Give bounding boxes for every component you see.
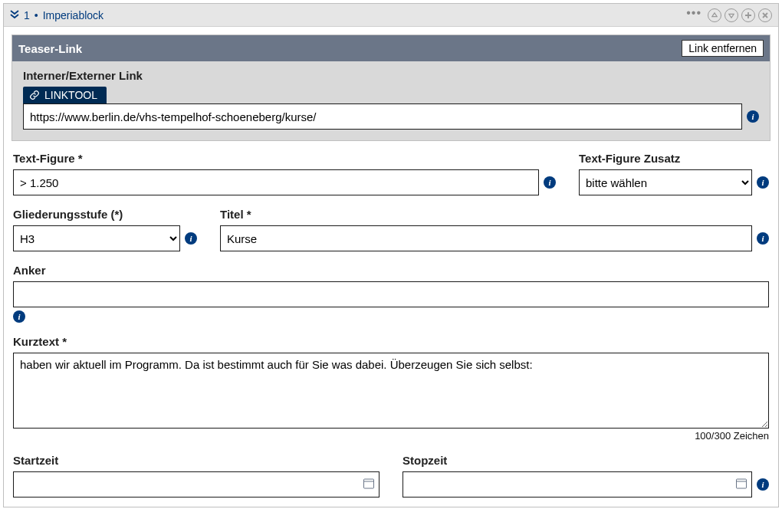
info-icon[interactable]: i xyxy=(757,232,769,245)
text-figure-zusatz-select[interactable]: bitte wählen xyxy=(579,169,752,195)
calendar-icon[interactable] xyxy=(735,478,748,492)
gliederungsstufe-label: Gliederungsstufe (*) xyxy=(13,208,197,221)
stopzeit-input[interactable] xyxy=(402,471,752,498)
info-icon[interactable]: i xyxy=(747,110,759,123)
text-figure-zusatz-label: Text-Figure Zusatz xyxy=(579,152,769,165)
titel-label: Titel * xyxy=(220,208,769,221)
teaser-title: Teaser-Link xyxy=(18,42,82,55)
gliederungsstufe-select[interactable]: H3 xyxy=(13,225,180,251)
info-icon[interactable]: i xyxy=(13,310,25,323)
link-type-label: Interner/Externer Link xyxy=(23,69,759,82)
separator-dot: • xyxy=(34,9,38,21)
remove-button[interactable] xyxy=(758,8,772,22)
text-figure-input[interactable] xyxy=(13,169,539,195)
startzeit-label: Startzeit xyxy=(13,454,380,467)
stopzeit-label: Stopzeit xyxy=(402,454,769,467)
imperiablock-container: 1 • Imperiablock ••• xyxy=(3,3,779,507)
url-input[interactable] xyxy=(23,103,742,130)
text-figure-label: Text-Figure * xyxy=(13,152,556,165)
add-button[interactable] xyxy=(741,8,755,22)
info-icon[interactable]: i xyxy=(185,232,197,245)
block-index: 1 xyxy=(24,9,30,21)
info-icon[interactable]: i xyxy=(544,176,556,189)
block-title: Imperiablock xyxy=(43,9,104,21)
move-up-button[interactable] xyxy=(708,8,721,22)
move-down-button[interactable] xyxy=(724,8,738,22)
startzeit-input[interactable] xyxy=(13,471,380,498)
block-header: 1 • Imperiablock ••• xyxy=(4,4,778,27)
link-icon xyxy=(29,90,40,100)
linktool-button[interactable]: LINKTOOL xyxy=(23,87,107,103)
kurztext-label: Kurztext * xyxy=(13,335,769,348)
kurztext-textarea[interactable]: haben wir aktuell im Programm. Da ist be… xyxy=(13,353,769,429)
titel-input[interactable] xyxy=(220,225,752,251)
svg-rect-8 xyxy=(737,479,747,488)
anker-input[interactable] xyxy=(13,281,769,307)
teaser-link-panel: Teaser-Link Link entfernen Interner/Exte… xyxy=(12,34,770,141)
kurztext-counter: 100/300 Zeichen xyxy=(13,430,769,442)
teaser-header: Teaser-Link Link entfernen xyxy=(12,35,770,61)
info-icon[interactable]: i xyxy=(757,478,769,491)
calendar-icon[interactable] xyxy=(363,478,375,492)
remove-link-button[interactable]: Link entfernen xyxy=(682,40,764,57)
svg-rect-0 xyxy=(364,479,374,488)
anker-label: Anker xyxy=(13,264,769,277)
info-icon[interactable]: i xyxy=(757,176,769,189)
chevron-down-icon[interactable] xyxy=(10,10,19,21)
more-icon[interactable]: ••• xyxy=(686,7,702,19)
